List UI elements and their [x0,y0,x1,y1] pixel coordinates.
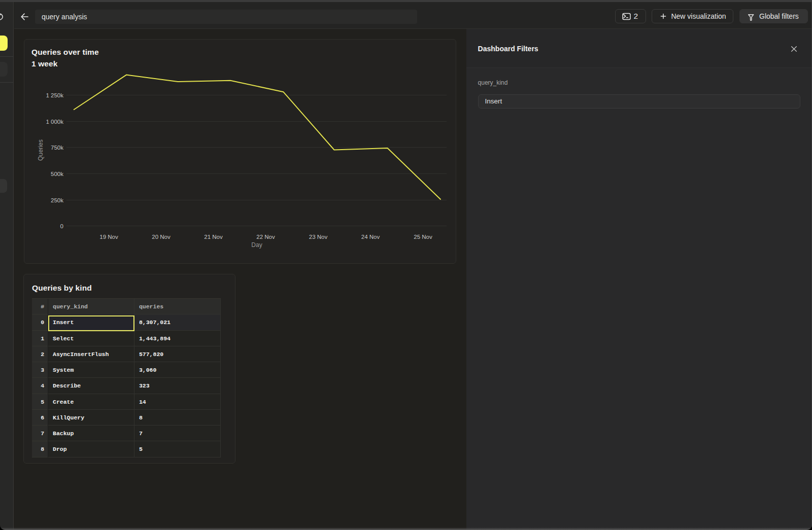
svg-text:1 000k: 1 000k [46,119,63,125]
svg-text:250k: 250k [51,197,63,203]
svg-text:20 Nov: 20 Nov [152,234,171,240]
svg-text:750k: 750k [51,145,63,151]
svg-text:23 Nov: 23 Nov [309,234,328,240]
svg-text:25 Nov: 25 Nov [414,234,432,240]
svg-text:22 Nov: 22 Nov [256,234,275,240]
svg-text:21 Nov: 21 Nov [204,234,223,240]
svg-text:Day: Day [251,241,262,249]
svg-text:1 250k: 1 250k [46,92,63,98]
svg-text:500k: 500k [51,171,63,177]
svg-text:Queries: Queries [37,139,44,161]
svg-text:19 Nov: 19 Nov [99,234,118,240]
svg-text:24 Nov: 24 Nov [361,234,380,240]
svg-text:0: 0 [60,223,63,229]
